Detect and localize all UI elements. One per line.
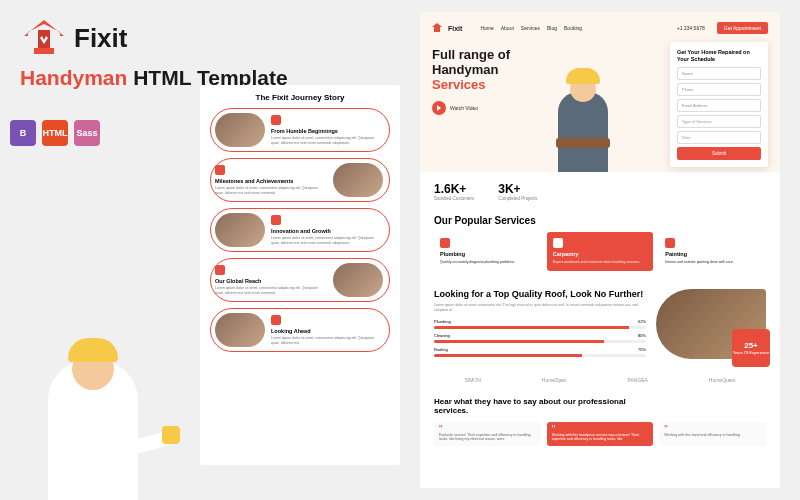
date-field[interactable]: Date xyxy=(677,131,761,144)
hero-section: Fixit Home About Services Blog Booking +… xyxy=(420,12,780,172)
homepage-preview: Fixit Home About Services Blog Booking +… xyxy=(420,12,780,488)
stat: 1.6K+Satisfied Customers xyxy=(434,182,474,201)
testimonials-title: Hear what they have to say about our pro… xyxy=(434,397,634,416)
name-field[interactable]: Name xyxy=(677,67,761,80)
story-card: From Humble BeginningsLorem ipsum dolor … xyxy=(210,108,390,152)
nav-link[interactable]: Blog xyxy=(547,25,557,31)
brand-logo: PANGEA xyxy=(627,377,647,383)
story-card: Looking AheadLorem ipsum dolor sit amet,… xyxy=(210,308,390,352)
testimonial-card[interactable]: "Fantastic service! Their expertise and … xyxy=(434,422,541,446)
story-card: Innovation and GrowthLorem ipsum dolor s… xyxy=(210,208,390,252)
tech-badges: B HTML Sass xyxy=(10,120,100,146)
svg-rect-1 xyxy=(34,48,54,54)
appointment-form: Get Your Home Repaired on Your Schedule … xyxy=(670,42,768,167)
story-icon xyxy=(215,165,225,175)
brand-name: Fixit xyxy=(74,23,127,54)
skill-bar: Roofing70% xyxy=(434,347,646,357)
html-badge: HTML xyxy=(42,120,68,146)
story-image xyxy=(215,113,265,147)
stats-row: 1.6K+Satisfied Customers 3K+Completed Pr… xyxy=(420,172,780,211)
nav-brand[interactable]: Fixit xyxy=(448,25,462,32)
testimonials-section: Hear what they have to say about our pro… xyxy=(420,391,780,452)
service-card[interactable]: CarpentryExpert woodwork and custom furn… xyxy=(547,232,654,271)
nav-logo-icon xyxy=(432,23,442,33)
stat: 3K+Completed Projects xyxy=(498,182,537,201)
play-icon xyxy=(432,101,446,115)
nav-link[interactable]: Home xyxy=(480,25,493,31)
story-icon xyxy=(215,265,225,275)
story-icon xyxy=(271,315,281,325)
nav-cta-button[interactable]: Get Appointment xyxy=(717,22,768,34)
submit-button[interactable]: Submit xyxy=(677,147,761,160)
story-card: Milestones and AchievementsLorem ipsum d… xyxy=(210,158,390,202)
brand-logo: Fixit xyxy=(20,18,410,58)
phone-field[interactable]: Phone xyxy=(677,83,761,96)
roof-section: Looking for a Top Quality Roof, Look No … xyxy=(420,281,780,369)
top-nav: Fixit Home About Services Blog Booking +… xyxy=(432,22,768,34)
bootstrap-badge: B xyxy=(10,120,36,146)
nav-phone[interactable]: +1 234 5678 xyxy=(677,25,705,31)
painting-icon xyxy=(665,238,675,248)
services-section: Our Popular Services PlumbingQuickly acc… xyxy=(420,211,780,281)
hero-title: Full range ofHandymanServices xyxy=(432,48,552,93)
nav-link[interactable]: Booking xyxy=(564,25,582,31)
brand-logo: HomeSpec xyxy=(542,377,567,383)
roof-image-wrap: 25+Years Of Experience xyxy=(656,289,766,361)
story-icon xyxy=(271,115,281,125)
form-title: Get Your Home Repaired on Your Schedule xyxy=(677,49,761,62)
logo-icon xyxy=(20,18,68,58)
skill-bar: Cleaning80% xyxy=(434,333,646,343)
testimonial-card[interactable]: "Working with this handyman service was … xyxy=(547,422,654,446)
story-image xyxy=(333,163,383,197)
hero-worker-image xyxy=(538,52,628,172)
story-image xyxy=(215,313,265,347)
email-field[interactable]: Email Address xyxy=(677,99,761,112)
services-title: Our Popular Services xyxy=(434,215,766,226)
testimonial-card[interactable]: "Working with this hand and efficiency i… xyxy=(659,422,766,446)
story-icon xyxy=(271,215,281,225)
story-image xyxy=(333,263,383,297)
nav-link[interactable]: Services xyxy=(521,25,540,31)
experience-badge: 25+Years Of Experience xyxy=(732,329,770,367)
service-card[interactable]: PlumbingQuickly accurately diagnose plum… xyxy=(434,232,541,271)
brand-logos: SIMON HomeSpec PANGEA HomeQuest xyxy=(420,369,780,391)
service-card[interactable]: PaintingInterior and exterior painting d… xyxy=(659,232,766,271)
story-preview-panel: The Fixit Journey Story From Humble Begi… xyxy=(200,85,400,465)
story-card: Our Global ReachLorem ipsum dolor sit am… xyxy=(210,258,390,302)
plumbing-icon xyxy=(440,238,450,248)
sass-badge: Sass xyxy=(74,120,100,146)
carpentry-icon xyxy=(553,238,563,248)
brand-logo: HomeQuest xyxy=(709,377,736,383)
nav-link[interactable]: About xyxy=(501,25,514,31)
roof-desc: Lorem ipsum dolor sit amet consectetur e… xyxy=(434,303,646,313)
roof-title: Looking for a Top Quality Roof, Look No … xyxy=(434,289,646,299)
service-field[interactable]: Type of Services xyxy=(677,115,761,128)
skill-bar: Plumbing92% xyxy=(434,319,646,329)
nav-links: Home About Services Blog Booking xyxy=(480,25,582,31)
story-title: The Fixit Journey Story xyxy=(210,93,390,102)
hero-worker-illustration xyxy=(18,300,168,500)
brand-logo: SIMON xyxy=(464,377,480,383)
story-image xyxy=(215,213,265,247)
